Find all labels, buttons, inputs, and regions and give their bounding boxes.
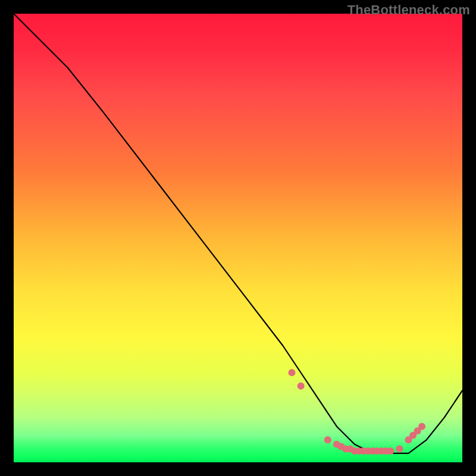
watermark-text: TheBottleneck.com	[347, 2, 470, 18]
curve-marker	[387, 447, 394, 455]
chart-frame: TheBottleneck.com	[0, 0, 476, 476]
curve-markers	[289, 369, 426, 455]
bottleneck-curve	[14, 14, 462, 453]
curve-marker	[418, 423, 425, 430]
plot-area	[14, 14, 462, 462]
curve-marker	[289, 369, 296, 376]
curve-marker	[324, 436, 331, 443]
curve-marker	[298, 383, 305, 390]
chart-overlay-svg	[14, 14, 462, 462]
curve-marker	[396, 445, 403, 452]
